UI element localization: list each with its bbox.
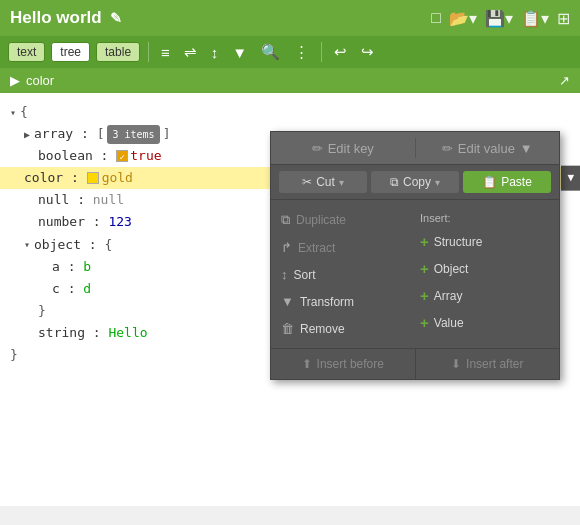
- edit-key-label: Edit key: [328, 141, 374, 156]
- cut-arrow-icon: ▾: [339, 177, 344, 188]
- root-toggle[interactable]: ▾: [10, 104, 16, 121]
- extract-button[interactable]: ↱ Extract: [279, 236, 412, 259]
- expand-icon[interactable]: ⊞: [557, 9, 570, 28]
- pencil-icon: ✏: [312, 141, 323, 156]
- insert-before-button[interactable]: ⬆ Insert before: [271, 349, 416, 379]
- breadcrumb-arrow[interactable]: ▶: [10, 73, 20, 88]
- tab-text[interactable]: text: [8, 42, 45, 62]
- duplicate-button[interactable]: ⧉ Duplicate: [279, 208, 412, 232]
- context-clipboard-row: ✂ Cut ▾ ⧉ Copy ▾ 📋 Paste: [271, 165, 559, 200]
- sort-button[interactable]: ↕ Sort: [279, 263, 412, 286]
- paste-icon: 📋: [482, 175, 497, 189]
- toolbar: text tree table ≡ ⇌ ↕ ▼ 🔍 ⋮ ↩ ↪: [0, 36, 580, 68]
- separator2: [321, 42, 322, 62]
- separator: [148, 42, 149, 62]
- insert-structure-button[interactable]: + Structure: [418, 230, 551, 253]
- sort-icon[interactable]: ↕: [207, 42, 223, 63]
- insert-before-icon: ⬆: [302, 357, 312, 371]
- edit-value-label: Edit value: [458, 141, 515, 156]
- header-actions: □ 📂▾ 💾▾ 📋▾ ⊞: [431, 9, 570, 28]
- transform-icon: ▼: [281, 294, 294, 309]
- dropdown-arrow-icon[interactable]: ▼: [561, 166, 580, 191]
- edit-icon[interactable]: ✎: [110, 10, 122, 26]
- cut-icon: ✂: [302, 175, 312, 189]
- object-toggle[interactable]: ▾: [24, 236, 30, 253]
- context-menu: ✏ Edit key ✏ Edit value ▼ ✂ Cut ▾ ⧉ Copy…: [270, 131, 560, 380]
- paste-button[interactable]: 📋 Paste: [463, 171, 551, 193]
- insert-value-button[interactable]: + Value: [418, 311, 551, 334]
- context-left-col: ⧉ Duplicate ↱ Extract ↕ Sort ▼ Transform…: [279, 208, 412, 340]
- duplicate-icon: ⧉: [281, 212, 290, 228]
- plus-icon2: +: [420, 260, 429, 277]
- context-grid: ⧉ Duplicate ↱ Extract ↕ Sort ▼ Transform…: [271, 200, 559, 348]
- breadcrumb-path: ▶ color: [10, 73, 54, 88]
- edit-key-button[interactable]: ✏ Edit key: [279, 141, 407, 156]
- array-toggle[interactable]: ▶: [24, 126, 30, 143]
- context-right-col: Insert: + Structure + Object + Array + V…: [418, 208, 551, 340]
- cut-button[interactable]: ✂ Cut ▾: [279, 171, 367, 193]
- breadcrumb-link-icon[interactable]: ↗: [559, 73, 570, 88]
- copy-icon: ⧉: [390, 175, 399, 189]
- undo-icon[interactable]: ↩: [330, 41, 351, 63]
- plus-icon: +: [420, 233, 429, 250]
- insert-after-icon: ⬇: [451, 357, 461, 371]
- bool-check-icon: ✓: [116, 150, 128, 162]
- extract-icon: ↱: [281, 240, 292, 255]
- plus-icon4: +: [420, 314, 429, 331]
- insert-array-button[interactable]: + Array: [418, 284, 551, 307]
- sort-icon: ↕: [281, 267, 288, 282]
- breadcrumb: ▶ color ↗: [0, 68, 580, 93]
- header: Hello world ✎ □ 📂▾ 💾▾ 📋▾ ⊞: [0, 0, 580, 36]
- new-file-icon[interactable]: □: [431, 9, 441, 27]
- transform-button[interactable]: ▼ Transform: [279, 290, 412, 313]
- save-icon[interactable]: 💾▾: [485, 9, 513, 28]
- color-swatch: [87, 172, 99, 184]
- more-icon[interactable]: ⋮: [290, 41, 313, 63]
- filter-icon[interactable]: ▼: [228, 42, 251, 63]
- breadcrumb-label: color: [26, 73, 54, 88]
- insert-label: Insert:: [418, 208, 551, 226]
- app-title: Hello world ✎: [10, 8, 122, 28]
- copy-arrow-icon: ▾: [435, 177, 440, 188]
- context-bottom-row: ⬆ Insert before ⬇ Insert after: [271, 348, 559, 379]
- tab-table[interactable]: table: [96, 42, 140, 62]
- export-icon[interactable]: 📋▾: [521, 9, 549, 28]
- collapse-all-icon[interactable]: ≡: [157, 42, 174, 63]
- array-badge: 3 items: [107, 125, 159, 144]
- trash-icon: 🗑: [281, 321, 294, 336]
- redo-icon[interactable]: ↪: [357, 41, 378, 63]
- insert-after-button[interactable]: ⬇ Insert after: [416, 349, 560, 379]
- tab-tree[interactable]: tree: [51, 42, 90, 62]
- open-icon[interactable]: 📂▾: [449, 9, 477, 28]
- edit-value-arrow-icon: ▼: [520, 141, 533, 156]
- insert-object-button[interactable]: + Object: [418, 257, 551, 280]
- root-bracket-open: ▾ {: [10, 101, 570, 123]
- search-icon[interactable]: 🔍: [257, 41, 284, 63]
- pencil2-icon: ✏: [442, 141, 453, 156]
- copy-button[interactable]: ⧉ Copy ▾: [371, 171, 459, 193]
- main-content: ▾ { ▶ array : [ 3 items ] boolean : ✓ tr…: [0, 93, 580, 506]
- context-edit-row: ✏ Edit key ✏ Edit value ▼: [271, 132, 559, 165]
- plus-icon3: +: [420, 287, 429, 304]
- expand-all-icon[interactable]: ⇌: [180, 41, 201, 63]
- remove-button[interactable]: 🗑 Remove: [279, 317, 412, 340]
- title-text: Hello world: [10, 8, 102, 28]
- edit-value-button[interactable]: ✏ Edit value ▼: [424, 141, 552, 156]
